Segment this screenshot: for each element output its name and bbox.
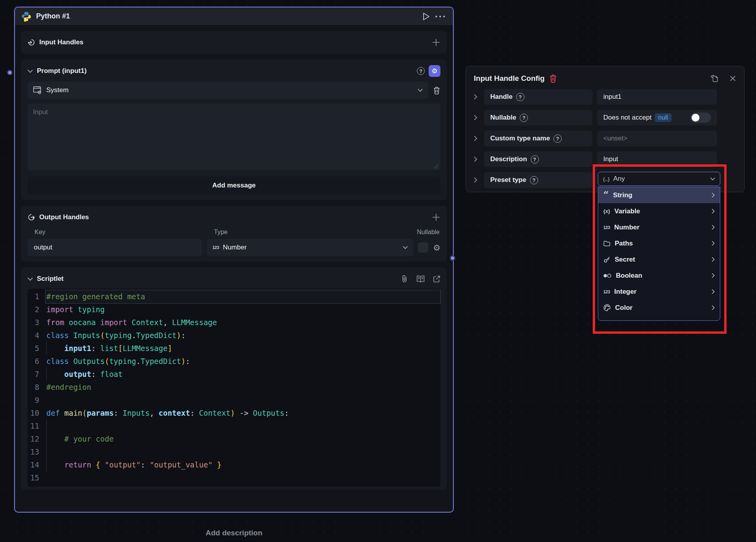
add-input-handle-button[interactable] <box>432 38 440 47</box>
code-line[interactable]: 15 <box>27 471 440 484</box>
code-line[interactable]: 10def main(params: Inputs, context: Cont… <box>27 407 440 420</box>
docs-book-icon[interactable] <box>416 275 425 283</box>
expand-chevron-icon[interactable] <box>474 110 477 125</box>
python-node[interactable]: Python #1 ··· Input Handles <box>14 7 454 513</box>
help-icon[interactable]: ? <box>553 135 562 143</box>
config-row-label: Custom type name ? <box>484 131 592 146</box>
column-header-type: Type <box>208 229 404 236</box>
line-number: 8 <box>27 381 46 394</box>
add-output-handle-button[interactable] <box>432 213 440 222</box>
input-handles-section: Input Handles <box>21 31 447 54</box>
more-options-button[interactable]: ··· <box>435 12 447 21</box>
code-line[interactable]: 1#region generated meta <box>27 290 440 303</box>
config-row-nullable: Nullable ? Does not accept null <box>474 110 736 125</box>
gear-icon: ⚙ <box>431 68 437 75</box>
nullable-toggle[interactable] <box>690 113 711 123</box>
input-handles-title: Input Handles <box>39 38 83 46</box>
line-number: 15 <box>27 471 46 484</box>
delete-message-button[interactable] <box>433 86 440 95</box>
scriptlet-title: Scriptlet <box>37 275 64 283</box>
code-line[interactable]: 9 <box>27 394 440 407</box>
resize-grip[interactable] <box>433 164 438 169</box>
help-icon[interactable]: ? <box>530 176 538 184</box>
config-row-description: Description ? Input <box>474 151 736 167</box>
help-icon[interactable]: ? <box>520 114 528 122</box>
submenu-chevron-icon <box>712 257 715 262</box>
number-icon: 123 <box>603 225 610 230</box>
close-icon[interactable] <box>729 75 736 82</box>
preset-type-select[interactable]: {..} Any <box>598 172 720 186</box>
run-button[interactable] <box>422 12 430 21</box>
submenu-chevron-icon <box>712 305 715 310</box>
palette-icon <box>603 304 611 311</box>
config-row-value[interactable]: <unset> <box>597 131 717 146</box>
config-row-value[interactable]: Input <box>597 151 717 167</box>
prompt-input[interactable] <box>27 104 440 170</box>
dropdown-item-string[interactable]: “ String <box>598 187 720 203</box>
dropdown-item-variable[interactable]: {x} Variable <box>598 203 720 219</box>
output-key-input[interactable] <box>27 239 202 256</box>
line-number: 4 <box>27 329 46 342</box>
config-row-value[interactable]: Does not accept null <box>597 110 717 125</box>
nullable-checkbox[interactable] <box>418 242 428 253</box>
copy-config-button[interactable] <box>710 74 719 83</box>
dropdown-item-integer[interactable]: 123 Integer <box>598 284 720 300</box>
dropdown-item-color[interactable]: Color <box>598 300 720 316</box>
chevron-down-icon[interactable] <box>27 69 33 73</box>
code-line[interactable]: 14 return { "output": "output_value" } <box>27 458 440 471</box>
chevron-down-icon <box>418 89 423 92</box>
prompt-settings-button[interactable]: ⚙ <box>429 65 440 77</box>
submenu-chevron-icon <box>712 193 715 198</box>
output-type-select[interactable]: 123 Number <box>207 239 413 256</box>
output-connector-port[interactable] <box>450 255 455 261</box>
dropdown-item-number[interactable]: 123 Number <box>598 219 720 235</box>
code-line[interactable]: 6class Outputs(typing.TypedDict): <box>27 355 440 368</box>
help-icon[interactable]: ? <box>417 67 425 75</box>
code-editor[interactable]: 1#region generated meta2import typing3fr… <box>27 289 440 487</box>
expand-chevron-icon[interactable] <box>474 89 477 105</box>
dropdown-item-boolean[interactable]: Boolean <box>598 267 720 284</box>
submenu-chevron-icon <box>712 289 715 294</box>
help-icon[interactable]: ? <box>516 93 524 101</box>
chevron-down-icon <box>403 246 408 249</box>
code-line[interactable]: 4class Inputs(typing.TypedDict): <box>27 329 440 342</box>
preset-type-dropdown: “ String {x} Variable 123 Number Paths S… <box>598 187 720 321</box>
line-number: 11 <box>27 420 46 433</box>
expand-chevron-icon[interactable] <box>474 172 477 188</box>
config-row-value[interactable]: input1 <box>597 89 717 105</box>
line-number: 6 <box>27 355 46 368</box>
role-select[interactable]: System <box>27 82 428 99</box>
line-number: 7 <box>27 368 46 381</box>
code-line[interactable]: 13 <box>27 446 440 458</box>
dropdown-item-textarea[interactable]: Textarea <box>598 316 720 321</box>
help-icon[interactable]: ? <box>531 155 539 164</box>
code-line[interactable]: 2import typing <box>27 303 440 316</box>
expand-chevron-icon[interactable] <box>474 131 477 146</box>
node-title-bar[interactable]: Python #1 ··· <box>15 7 453 25</box>
config-row-handle: Handle ? input1 <box>474 89 736 105</box>
panel-title: Input Handle Config <box>474 74 544 83</box>
dropdown-item-paths[interactable]: Paths <box>598 235 720 251</box>
code-line[interactable]: 3from oocana import Context, LLMMessage <box>27 316 440 329</box>
input-connector-port[interactable] <box>7 70 13 75</box>
dropdown-item-secret[interactable]: Secret <box>598 251 720 267</box>
submenu-chevron-icon <box>712 209 715 214</box>
code-line[interactable]: 12 # your code <box>27 433 440 446</box>
attach-icon[interactable] <box>401 275 408 283</box>
open-external-icon[interactable] <box>433 275 440 283</box>
delete-handle-button[interactable] <box>549 74 557 83</box>
add-description-button[interactable]: Add description <box>14 529 454 537</box>
null-chip: null <box>655 113 672 122</box>
chevron-down-icon[interactable] <box>27 277 33 281</box>
variable-icon: {x} <box>603 208 610 214</box>
output-handles-title: Output Handles <box>39 213 89 221</box>
code-line[interactable]: 7 output: float <box>27 368 440 381</box>
expand-chevron-icon[interactable] <box>474 151 477 167</box>
code-line[interactable]: 8#endregion <box>27 381 440 394</box>
output-type-value: Number <box>223 244 247 251</box>
code-line[interactable]: 5 input1: list[LLMMessage] <box>27 342 440 355</box>
code-line[interactable]: 11 <box>27 420 440 433</box>
add-message-button[interactable]: Add message <box>27 176 440 195</box>
output-settings-gear-icon[interactable]: ⚙ <box>433 244 440 252</box>
output-handles-icon <box>27 213 35 221</box>
